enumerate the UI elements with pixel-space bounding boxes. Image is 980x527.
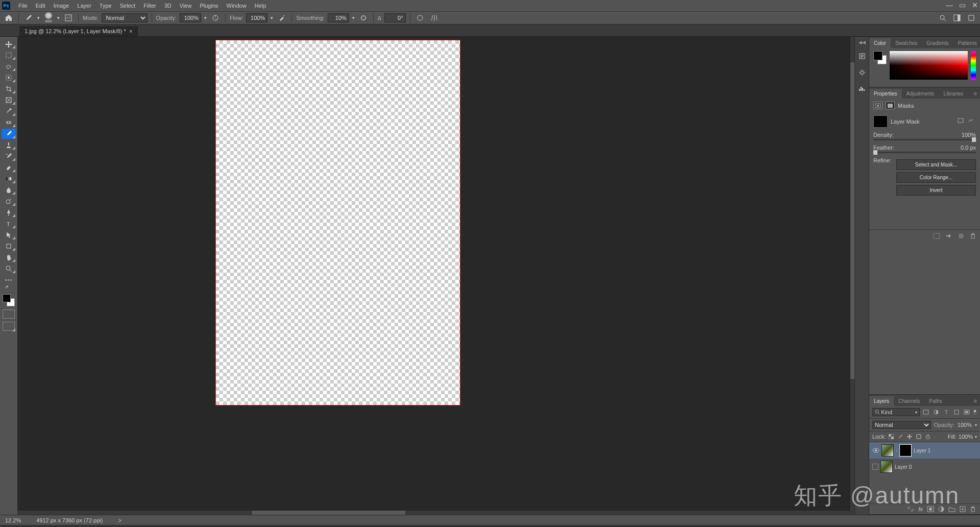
- close-tab-icon[interactable]: ×: [129, 28, 132, 34]
- move-tool[interactable]: [2, 39, 16, 49]
- gradient-tool[interactable]: [2, 174, 16, 184]
- minimize-icon[interactable]: —: [946, 1, 953, 9]
- tab-channels[interactable]: Channels: [894, 396, 924, 406]
- blend-mode-select[interactable]: Normal: [102, 13, 148, 22]
- lock-all-icon[interactable]: [924, 433, 932, 440]
- chevron-down-icon[interactable]: ▾: [57, 15, 60, 20]
- delete-mask-icon[interactable]: [970, 233, 976, 239]
- edit-toolbar-icon[interactable]: •••: [5, 277, 13, 283]
- lock-position-icon[interactable]: [906, 433, 913, 440]
- vector-mask-icon[interactable]: [886, 102, 895, 109]
- delete-layer-icon[interactable]: [970, 506, 976, 512]
- menu-edit[interactable]: Edit: [32, 0, 50, 11]
- document-canvas[interactable]: [215, 40, 460, 405]
- layer-filter-kind[interactable]: Kind▾: [872, 408, 920, 416]
- visibility-icon[interactable]: [872, 464, 878, 470]
- history-brush-tool[interactable]: [2, 151, 16, 161]
- menu-3d[interactable]: 3D: [160, 0, 176, 11]
- menu-window[interactable]: Window: [223, 0, 251, 11]
- zoom-level[interactable]: 12.2%: [5, 517, 21, 523]
- document-tab[interactable]: 1.jpg @ 12.2% (Layer 1, Layer Mask/8) * …: [19, 26, 138, 36]
- density-slider[interactable]: [873, 139, 976, 140]
- menu-help[interactable]: Help: [251, 0, 271, 11]
- layer-style-icon[interactable]: fx: [918, 506, 923, 512]
- color-field[interactable]: [890, 51, 968, 80]
- pixel-mask-icon[interactable]: [873, 102, 883, 109]
- menu-view[interactable]: View: [176, 0, 196, 11]
- shape-tool[interactable]: [2, 241, 16, 251]
- zoom-tool[interactable]: [2, 264, 16, 274]
- layer-mask-icon[interactable]: [927, 506, 934, 512]
- canvas-area[interactable]: [17, 37, 854, 515]
- layer-blend-select[interactable]: Normal: [872, 421, 931, 429]
- visibility-icon[interactable]: [872, 448, 879, 453]
- link-layers-icon[interactable]: [907, 506, 914, 512]
- type-tool[interactable]: T: [2, 219, 16, 229]
- quick-mask-icon[interactable]: [3, 309, 15, 319]
- tab-paths[interactable]: Paths: [924, 396, 947, 406]
- color-swatches[interactable]: [3, 294, 15, 306]
- layer-thumbnail[interactable]: [881, 444, 894, 457]
- pressure-opacity-icon[interactable]: [210, 12, 221, 23]
- expand-dock-icon[interactable]: ◀◀: [859, 40, 866, 45]
- airbrush-icon[interactable]: [276, 12, 287, 23]
- flow-input[interactable]: [246, 13, 267, 22]
- history-panel-icon[interactable]: [857, 51, 867, 61]
- filter-toggle-icon[interactable]: [973, 408, 977, 416]
- layer-mask-thumbnail[interactable]: [899, 444, 912, 457]
- symmetry-icon[interactable]: [429, 12, 440, 23]
- eyedropper-tool[interactable]: [2, 106, 16, 116]
- lock-artboard-icon[interactable]: [915, 433, 922, 440]
- disable-mask-icon[interactable]: [958, 233, 965, 239]
- filter-shape-icon[interactable]: [952, 408, 961, 416]
- fill-value[interactable]: 100%: [959, 434, 973, 440]
- swap-colors-icon[interactable]: [2, 284, 16, 290]
- tab-swatches[interactable]: Swatches: [891, 38, 922, 48]
- chevron-down-icon[interactable]: ▾: [975, 423, 977, 427]
- angle-input[interactable]: [384, 13, 406, 22]
- mask-thumbnail[interactable]: [873, 115, 888, 128]
- hue-slider[interactable]: [971, 51, 976, 80]
- panel-menu-icon[interactable]: ≡: [971, 88, 980, 99]
- filter-pixel-icon[interactable]: [922, 408, 930, 416]
- screen-mode-icon[interactable]: [3, 322, 15, 331]
- feather-slider[interactable]: [873, 152, 976, 153]
- color-range-button[interactable]: Color Range...: [896, 172, 976, 183]
- blur-tool[interactable]: [2, 185, 16, 195]
- menu-layer[interactable]: Layer: [73, 0, 95, 11]
- marquee-tool[interactable]: [2, 50, 16, 60]
- layer-name[interactable]: Layer 0: [895, 464, 912, 470]
- opacity-input[interactable]: [180, 13, 201, 22]
- menu-select[interactable]: Select: [116, 0, 140, 11]
- vertical-scrollbar[interactable]: [850, 37, 854, 515]
- brush-panel-icon[interactable]: [63, 12, 74, 23]
- maximize-icon[interactable]: ▭: [959, 1, 966, 9]
- layer-row[interactable]: Layer 0: [869, 459, 980, 475]
- close-icon[interactable]: ✕: [972, 1, 978, 9]
- adjustment-layer-icon[interactable]: [938, 506, 944, 512]
- home-icon[interactable]: [3, 12, 14, 23]
- apply-mask-icon[interactable]: [945, 233, 952, 239]
- invert-button[interactable]: Invert: [896, 185, 976, 196]
- path-select-tool[interactable]: [2, 230, 16, 240]
- brush-tool-icon[interactable]: [23, 12, 34, 23]
- select-and-mask-button[interactable]: Select and Mask...: [896, 159, 976, 170]
- layer-thumbnail[interactable]: [880, 461, 893, 473]
- layer-name[interactable]: Layer 1: [914, 448, 930, 453]
- filter-type-icon[interactable]: T: [942, 408, 950, 416]
- clone-stamp-tool[interactable]: [2, 140, 16, 150]
- crop-tool[interactable]: [2, 84, 16, 94]
- workspace-icon[interactable]: [951, 12, 963, 23]
- group-icon[interactable]: [948, 506, 955, 512]
- chevron-down-icon[interactable]: ▾: [352, 15, 355, 20]
- tab-properties[interactable]: Properties: [869, 89, 902, 99]
- search-icon[interactable]: [937, 12, 948, 23]
- brush-preset-icon[interactable]: 480: [43, 12, 54, 23]
- filter-adjust-icon[interactable]: [932, 408, 940, 416]
- document-info[interactable]: 4912 px x 7360 px (72 ppi): [36, 517, 103, 523]
- menu-filter[interactable]: Filter: [139, 0, 160, 11]
- chevron-down-icon[interactable]: ▾: [271, 15, 273, 20]
- share-icon[interactable]: [966, 12, 977, 23]
- tab-layers[interactable]: Layers: [869, 396, 894, 406]
- lock-pixels-icon[interactable]: [897, 433, 904, 440]
